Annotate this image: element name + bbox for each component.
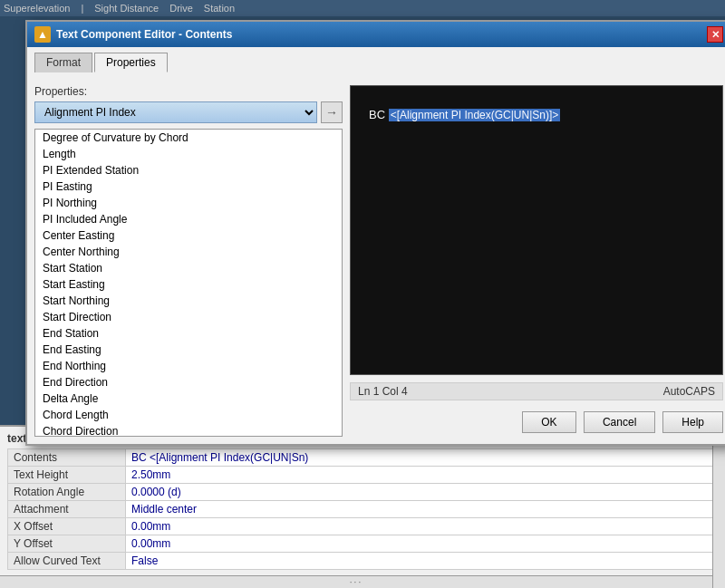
list-item[interactable]: Delta Angle <box>35 390 342 407</box>
prop-label: Text Height <box>8 467 126 484</box>
list-item[interactable]: End Northing <box>35 358 342 374</box>
dialog-title-area: ▲ Text Component Editor - Contents <box>34 26 232 43</box>
list-item[interactable]: End Easting <box>35 342 342 358</box>
dialog-body: Properties: Alignment PI Index → Degree … <box>27 78 725 444</box>
prop-value: 0.0000 (d) <box>126 484 718 501</box>
prop-value: Middle center <box>126 501 718 518</box>
list-item[interactable]: Center Northing <box>35 244 342 260</box>
property-list[interactable]: Degree of Curvature by ChordLengthPI Ext… <box>34 129 343 437</box>
table-row: Rotation Angle0.0000 (d) <box>8 484 718 501</box>
menu-sight-distance[interactable]: Sight Distance <box>94 3 159 14</box>
list-item[interactable]: Start Northing <box>35 293 342 309</box>
list-item[interactable]: End Direction <box>35 374 342 390</box>
prop-label: Allow Curved Text <box>8 553 126 570</box>
menu-bar: Superelevation | Sight Distance Drive St… <box>0 0 725 16</box>
tab-format[interactable]: Format <box>34 53 92 72</box>
preview-area[interactable]: BC <[Alignment PI Index(GC|UN|Sn)]> <box>350 85 723 375</box>
prop-label: Rotation Angle <box>8 484 126 501</box>
dropdown-row: Alignment PI Index → <box>34 101 343 123</box>
prop-label: X Offset <box>8 518 126 535</box>
caps-indicator: AutoCAPS <box>663 385 715 398</box>
ok-button[interactable]: OK <box>522 411 576 433</box>
insert-arrow-button[interactable]: → <box>321 101 343 123</box>
menu-station[interactable]: Station <box>204 3 235 14</box>
list-item[interactable]: Start Direction <box>35 309 342 325</box>
prop-label: Y Offset <box>8 535 126 553</box>
prop-value: 0.00mm <box>126 518 718 535</box>
list-item[interactable]: Chord Length <box>35 407 342 423</box>
prop-label: Attachment <box>8 501 126 518</box>
prop-value: BC <[Alignment PI Index(GC|UN|Sn) <box>126 449 718 467</box>
list-item[interactable]: Start Easting <box>35 276 342 293</box>
dialog-titlebar: ▲ Text Component Editor - Contents ✕ <box>27 22 725 47</box>
scroll-indicator: ··· <box>350 577 362 587</box>
prop-value: 2.50mm <box>126 467 718 484</box>
properties-label: Properties: <box>34 85 343 98</box>
app-icon: ▲ <box>34 26 51 43</box>
prop-value: 0.00mm <box>126 535 718 553</box>
list-item[interactable]: Start Station <box>35 260 342 276</box>
status-bar: Ln 1 Col 4 AutoCAPS <box>350 382 723 400</box>
table-row: X Offset0.00mm <box>8 518 718 535</box>
menu-drive[interactable]: Drive <box>169 3 193 14</box>
list-item[interactable]: PI Northing <box>35 195 342 211</box>
menu-sep1: | <box>81 3 83 14</box>
table-row: Text Height2.50mm <box>8 467 718 484</box>
properties-table: ContentsBC <[Alignment PI Index(GC|UN|Sn… <box>7 448 718 570</box>
preview-prefix: BC <box>369 108 389 121</box>
list-item[interactable]: Chord Direction <box>35 423 342 437</box>
table-row: Allow Curved TextFalse <box>8 553 718 570</box>
prop-label: Contents <box>8 449 126 467</box>
property-dropdown[interactable]: Alignment PI Index <box>34 101 317 123</box>
dialog-text-component-editor: ▲ Text Component Editor - Contents ✕ For… <box>25 20 725 446</box>
dialog-buttons: OK Cancel Help <box>350 408 723 437</box>
left-panel: Properties: Alignment PI Index → Degree … <box>34 85 343 437</box>
dialog-title-text: Text Component Editor - Contents <box>56 28 232 41</box>
list-item[interactable]: End Station <box>35 325 342 342</box>
prop-value: False <box>126 553 718 570</box>
list-item[interactable]: Center Easting <box>35 227 342 244</box>
table-row: AttachmentMiddle center <box>8 501 718 518</box>
menu-superelevation[interactable]: Superelevation <box>4 3 70 14</box>
vertical-scrollbar[interactable] <box>712 427 725 588</box>
right-panel: BC <[Alignment PI Index(GC|UN|Sn)]> Ln 1… <box>350 85 723 437</box>
properties-panel: text ContentsBC <[Alignment PI Index(GC|… <box>0 425 725 588</box>
list-item[interactable]: Length <box>35 146 342 162</box>
table-row: Y Offset0.00mm <box>8 535 718 553</box>
list-item[interactable]: PI Easting <box>35 178 342 195</box>
table-row: ContentsBC <[Alignment PI Index(GC|UN|Sn… <box>8 449 718 467</box>
close-button[interactable]: ✕ <box>707 26 723 43</box>
preview-highlighted-text: <[Alignment PI Index(GC|UN|Sn)]> <box>389 109 561 121</box>
help-button[interactable]: Help <box>662 411 723 433</box>
list-item[interactable]: PI Included Angle <box>35 211 342 227</box>
cursor-position: Ln 1 Col 4 <box>358 385 408 398</box>
tab-properties[interactable]: Properties <box>94 53 168 72</box>
horizontal-scrollbar[interactable]: ··· <box>0 575 712 588</box>
list-item[interactable]: PI Extended Station <box>35 162 342 178</box>
tab-bar: Format Properties <box>34 53 723 72</box>
list-item[interactable]: Degree of Curvature by Chord <box>35 130 342 146</box>
cancel-button[interactable]: Cancel <box>584 411 655 433</box>
